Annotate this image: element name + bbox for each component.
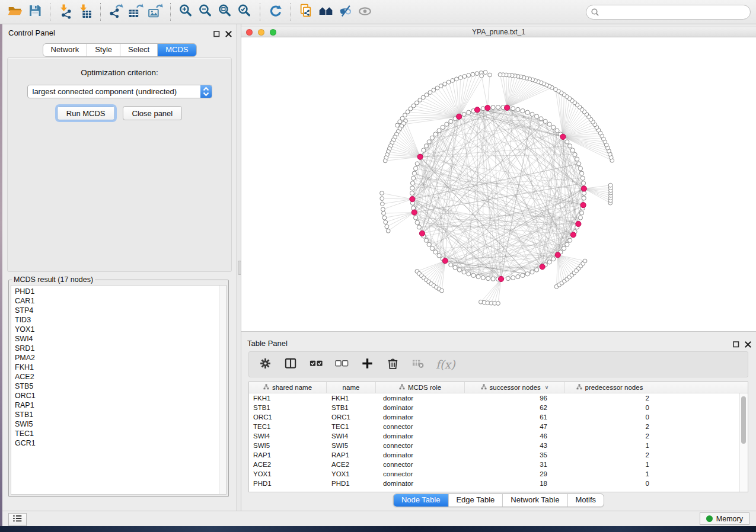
table-cell[interactable]: 61 <box>465 414 565 421</box>
mcds-list-scrollbar[interactable] <box>219 286 226 494</box>
mcds-result-item[interactable]: STB5 <box>15 382 226 391</box>
network-node[interactable] <box>476 274 480 278</box>
network-node[interactable] <box>565 242 569 246</box>
zoom-in-button[interactable] <box>176 2 196 22</box>
network-node[interactable] <box>579 211 583 215</box>
network-hub-node-selected[interactable] <box>580 203 586 208</box>
table-row[interactable]: ACE2ACE2connector311 <box>249 460 748 469</box>
table-cell[interactable]: connector <box>376 442 465 449</box>
mcds-result-item[interactable]: YOX1 <box>15 325 226 334</box>
table-cell[interactable]: SWI5 <box>249 442 327 449</box>
table-cell[interactable]: FKH1 <box>327 395 376 402</box>
maximize-window-traffic-light[interactable] <box>270 29 276 36</box>
network-node[interactable] <box>467 272 471 276</box>
table-cell[interactable]: YOX1 <box>249 470 327 477</box>
open-file-button[interactable] <box>5 2 25 22</box>
network-node[interactable] <box>467 73 471 78</box>
tab-network-table[interactable]: Network Table <box>503 494 567 507</box>
export-image-button[interactable] <box>145 2 165 22</box>
network-node[interactable] <box>382 216 387 220</box>
network-hub-node-selected[interactable] <box>498 276 503 281</box>
network-node[interactable] <box>575 157 579 161</box>
network-node[interactable] <box>446 80 451 84</box>
table-cell[interactable]: RAP1 <box>249 451 327 459</box>
table-cell[interactable]: dominator <box>376 414 465 421</box>
network-node[interactable] <box>488 73 492 77</box>
network-node[interactable] <box>521 273 525 277</box>
mcds-result-item[interactable]: CAR1 <box>15 296 226 306</box>
network-node[interactable] <box>453 265 457 270</box>
mcds-result-item[interactable]: FKH1 <box>15 363 226 372</box>
tab-select[interactable]: Select <box>120 44 158 56</box>
network-hub-node-selected[interactable] <box>570 232 576 238</box>
network-node[interactable] <box>381 207 385 211</box>
table-cell[interactable]: 0 <box>565 480 654 487</box>
network-hub-node-selected[interactable] <box>485 105 490 110</box>
network-node[interactable] <box>580 176 585 180</box>
table-cell[interactable]: 0 <box>565 404 654 411</box>
optimization-criterion-select[interactable]: largest connected component (undirected) <box>27 85 212 98</box>
table-cell[interactable]: 2 <box>565 432 654 440</box>
run-mcds-button[interactable]: Run MCDS <box>57 106 115 120</box>
network-node[interactable] <box>539 117 543 121</box>
table-cell[interactable]: ORC1 <box>327 414 376 421</box>
network-node[interactable] <box>543 119 547 123</box>
zoom-selected-button[interactable] <box>235 2 254 22</box>
network-node[interactable] <box>551 125 556 129</box>
network-node[interactable] <box>511 275 515 280</box>
export-table-button[interactable] <box>126 2 145 22</box>
network-node[interactable] <box>570 148 575 152</box>
tab-edge-table[interactable]: Edge Table <box>448 494 503 507</box>
network-hub-node-selected[interactable] <box>419 230 425 236</box>
network-node[interactable] <box>433 132 438 136</box>
network-node[interactable] <box>581 181 585 185</box>
table-scrollbar[interactable] <box>739 393 748 492</box>
network-node[interactable] <box>457 268 461 272</box>
table-cell[interactable]: PHD1 <box>327 480 376 487</box>
network-node[interactable] <box>496 302 500 306</box>
network-node[interactable] <box>568 144 572 148</box>
float-panel-icon[interactable] <box>213 29 220 40</box>
network-node[interactable] <box>555 129 559 133</box>
table-cell[interactable]: ACE2 <box>327 461 376 468</box>
table-row[interactable]: YOX1YOX1connector291 <box>249 469 748 479</box>
network-node[interactable] <box>471 273 476 277</box>
network-node[interactable] <box>577 162 581 166</box>
table-cell[interactable]: PHD1 <box>249 480 327 487</box>
table-cell[interactable]: TEC1 <box>249 423 327 430</box>
network-node[interactable] <box>415 162 419 166</box>
network-node[interactable] <box>578 166 582 171</box>
clone-network-button[interactable] <box>296 2 316 22</box>
table-cell[interactable]: ACE2 <box>249 461 327 468</box>
table-cell[interactable]: dominator <box>376 432 465 440</box>
network-node[interactable] <box>573 152 577 156</box>
network-node[interactable] <box>475 72 479 76</box>
network-node[interactable] <box>380 191 384 196</box>
network-node[interactable] <box>516 107 520 111</box>
table-cell[interactable]: 46 <box>465 432 565 440</box>
network-node[interactable] <box>382 211 386 216</box>
float-panel-icon[interactable] <box>733 339 739 350</box>
delete-columns-button[interactable] <box>385 357 400 372</box>
table-cell[interactable]: YOX1 <box>327 470 376 477</box>
table-row[interactable]: STB1STB1dominator620 <box>249 403 748 412</box>
unselect-all-columns-button[interactable] <box>334 357 349 372</box>
table-cell[interactable]: connector <box>376 470 465 477</box>
network-node[interactable] <box>462 75 467 79</box>
network-node[interactable] <box>413 166 417 171</box>
network-hub-node-selected[interactable] <box>412 210 417 215</box>
table-row[interactable]: ORC1ORC1dominator610 <box>249 412 748 422</box>
network-node[interactable] <box>530 112 534 116</box>
network-node[interactable] <box>410 186 414 190</box>
network-node[interactable] <box>441 125 445 129</box>
network-node[interactable] <box>458 76 462 80</box>
table-cell[interactable]: 2 <box>565 395 654 402</box>
show-all-button[interactable] <box>355 2 375 22</box>
network-node[interactable] <box>462 270 466 274</box>
mcds-result-item[interactable]: PMA2 <box>15 353 226 363</box>
table-row[interactable]: SWI5SWI5connector431 <box>249 441 748 450</box>
column-header-successor-nodes[interactable]: successor nodes∨ <box>465 382 565 393</box>
network-node[interactable] <box>451 79 455 83</box>
table-cell[interactable]: 35 <box>465 451 565 459</box>
network-node[interactable] <box>506 276 510 280</box>
